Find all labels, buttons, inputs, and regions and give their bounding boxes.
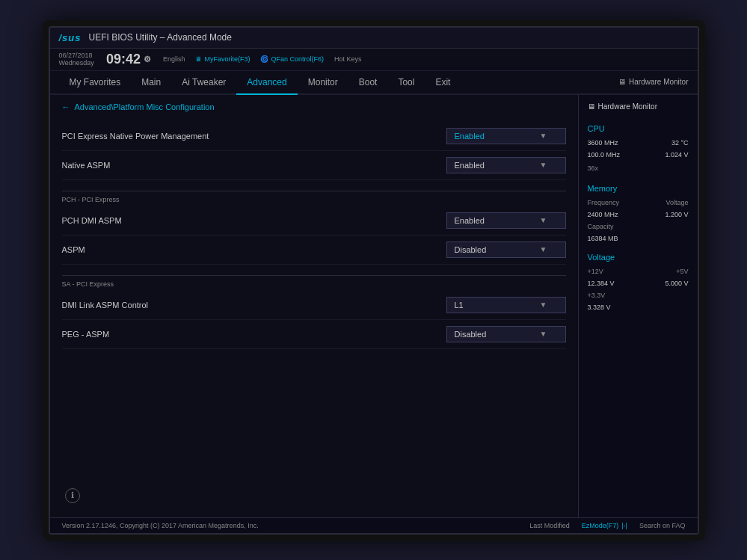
dropdown-arrow-icon: ▼ <box>540 330 547 338</box>
native-aspm-label: Native ASPM <box>62 161 446 170</box>
main-area: ← Advanced\Platform Misc Configuration P… <box>50 95 698 517</box>
mem-cap-header-row: Capacity <box>588 223 689 230</box>
title-bar: /sus UEFI BIOS Utility – Advanced Mode <box>50 28 698 49</box>
volt-12-label: +12V <box>588 268 603 275</box>
cpu-section: CPU <box>588 124 689 133</box>
setting-row-dmi-link: DMI Link ASPM Control L1 ▼ <box>62 291 566 320</box>
search-faq-link[interactable]: Search on FAQ <box>639 522 686 529</box>
mem-cap-value: 16384 MB <box>588 235 618 242</box>
pch-dmi-aspm-value: Enabled <box>455 216 485 225</box>
peg-aspm-value: Disabled <box>455 330 487 339</box>
mem-cap-value-row: 16384 MB <box>588 235 689 242</box>
day-label: Wednesday <box>59 59 94 67</box>
aspm-label: ASPM <box>62 245 446 254</box>
mem-freq-label: Frequency <box>588 199 620 206</box>
mem-volt-value: 1.200 V <box>665 211 688 218</box>
breadcrumb-arrow: ← <box>62 102 70 111</box>
monitor-icon: 🖥 <box>588 102 595 111</box>
nav-main[interactable]: Main <box>131 71 171 93</box>
native-aspm-value: Enabled <box>455 161 485 170</box>
my-favorite-link[interactable]: 🖥MyFavorite(F3) <box>195 55 250 63</box>
voltage-section: Voltage <box>588 253 689 262</box>
native-aspm-control[interactable]: Enabled ▼ <box>446 157 566 173</box>
last-modified-link[interactable]: Last Modified <box>529 522 570 529</box>
nav-my-favorites[interactable]: My Favorites <box>59 71 132 93</box>
footer-version: Version 2.17.1246, Copyright (C) 2017 Am… <box>62 522 259 529</box>
sa-section-title: SA - PCI Express <box>62 275 566 288</box>
cpu-temp: 32 °C <box>671 139 689 147</box>
peg-aspm-dropdown[interactable]: Disabled ▼ <box>446 326 566 342</box>
footer-links: Last Modified EzMode(F7)|-| Search on FA… <box>529 522 685 529</box>
dmi-link-dropdown[interactable]: L1 ▼ <box>446 297 566 313</box>
sa-group: SA - PCI Express DMI Link ASPM Control L… <box>62 275 566 349</box>
nav-boot[interactable]: Boot <box>348 71 388 93</box>
datetime-section: 06/27/2018 Wednesday <box>59 52 94 67</box>
cpu-bus: 100.0 MHz <box>588 151 621 159</box>
hw-monitor-title: 🖥 Hardware Monitor <box>588 102 689 111</box>
dmi-link-label: DMI Link ASPM Control <box>62 301 446 310</box>
hot-keys-link[interactable]: Hot Keys <box>334 55 362 63</box>
setting-row-aspm: ASPM Disabled ▼ <box>62 236 566 265</box>
pci-power-value: Enabled <box>455 132 485 141</box>
nav-tool[interactable]: Tool <box>387 71 425 93</box>
volt-33-header: +3.3V <box>588 292 689 299</box>
pch-dmi-aspm-label: PCH DMI ASPM <box>62 216 446 225</box>
dropdown-arrow-icon: ▼ <box>540 161 547 169</box>
info-links: English 🖥MyFavorite(F3) 🌀QFan Control(F6… <box>163 55 689 63</box>
nav-advanced[interactable]: Advanced <box>236 71 297 95</box>
cpu-bus-volt-row: 100.0 MHz 1.024 V <box>588 151 689 159</box>
aspm-control[interactable]: Disabled ▼ <box>446 241 566 258</box>
pci-power-control[interactable]: Enabled ▼ <box>446 128 566 144</box>
pci-power-dropdown[interactable]: Enabled ▼ <box>446 128 566 144</box>
volt-33-label: +3.3V <box>588 292 606 299</box>
bios-title: UEFI BIOS Utility – Advanced Mode <box>89 32 232 43</box>
language-link[interactable]: English <box>163 55 185 63</box>
breadcrumb[interactable]: ← Advanced\Platform Misc Configuration <box>62 102 566 111</box>
memory-section: Memory <box>588 184 689 193</box>
native-aspm-dropdown[interactable]: Enabled ▼ <box>446 157 566 173</box>
hw-monitor-nav-link[interactable]: 🖥 Hardware Monitor <box>618 78 688 86</box>
cpu-freq-temp-row: 3600 MHz 32 °C <box>588 139 689 147</box>
pch-dmi-aspm-control[interactable]: Enabled ▼ <box>446 212 566 229</box>
info-icon[interactable]: ℹ <box>65 488 80 503</box>
peg-aspm-label: PEG - ASPM <box>62 330 446 339</box>
volt-33-value-row: 3.328 V <box>588 304 689 311</box>
cpu-freq: 3600 MHz <box>588 139 618 147</box>
time-value: 09:42 <box>106 52 141 67</box>
mem-header-row: Frequency Voltage <box>588 199 689 206</box>
nav-exit[interactable]: Exit <box>425 71 461 93</box>
dropdown-arrow-icon: ▼ <box>540 245 547 253</box>
hw-sidebar: 🖥 Hardware Monitor CPU 3600 MHz 32 °C 10… <box>578 95 698 517</box>
ez-mode-link[interactable]: EzMode(F7)|-| <box>582 522 627 529</box>
pch-group: PCH - PCI Express PCH DMI ASPM Enabled ▼ <box>62 191 566 265</box>
breadcrumb-path: Advanced\Platform Misc Configuration <box>75 102 215 111</box>
dropdown-arrow-icon: ▼ <box>540 216 547 224</box>
aspm-value: Disabled <box>455 245 487 254</box>
dmi-link-control[interactable]: L1 ▼ <box>446 297 566 313</box>
pch-section-title: PCH - PCI Express <box>62 191 566 203</box>
footer: Version 2.17.1246, Copyright (C) 2017 Am… <box>50 517 698 533</box>
clock-display: 09:42 ⚙ <box>106 52 151 67</box>
mem-freq-value: 2400 MHz <box>588 211 618 218</box>
volt-5-value: 5.000 V <box>665 280 688 287</box>
settings-section: PCI Express Native Power Management Enab… <box>62 122 566 510</box>
volt-12-5-header: +12V +5V <box>588 268 689 275</box>
qfan-link[interactable]: 🌀QFan Control(F6) <box>260 55 324 63</box>
peg-aspm-control[interactable]: Disabled ▼ <box>446 326 566 342</box>
dropdown-arrow-icon: ▼ <box>540 301 547 309</box>
nav-monitor[interactable]: Monitor <box>298 71 348 93</box>
settings-icon: ⚙ <box>144 55 151 64</box>
info-bar: 06/27/2018 Wednesday 09:42 ⚙ English 🖥My… <box>50 49 698 71</box>
volt-5-label: +5V <box>676 268 688 275</box>
mem-cap-label: Capacity <box>588 223 614 230</box>
nav-ai-tweaker[interactable]: Ai Tweaker <box>171 71 236 93</box>
pch-dmi-aspm-dropdown[interactable]: Enabled ▼ <box>446 212 566 229</box>
cpu-core-volt: 1.024 V <box>665 151 688 159</box>
date-label: 06/27/2018 <box>59 52 94 59</box>
cpu-ratio: 36x <box>588 164 599 172</box>
mem-volt-label: Voltage <box>665 199 688 206</box>
aspm-dropdown[interactable]: Disabled ▼ <box>446 241 566 258</box>
volt-12-5-values: 12.384 V 5.000 V <box>588 280 689 287</box>
asus-logo: /sus <box>59 32 82 43</box>
pci-power-label: PCI Express Native Power Management <box>62 132 446 141</box>
